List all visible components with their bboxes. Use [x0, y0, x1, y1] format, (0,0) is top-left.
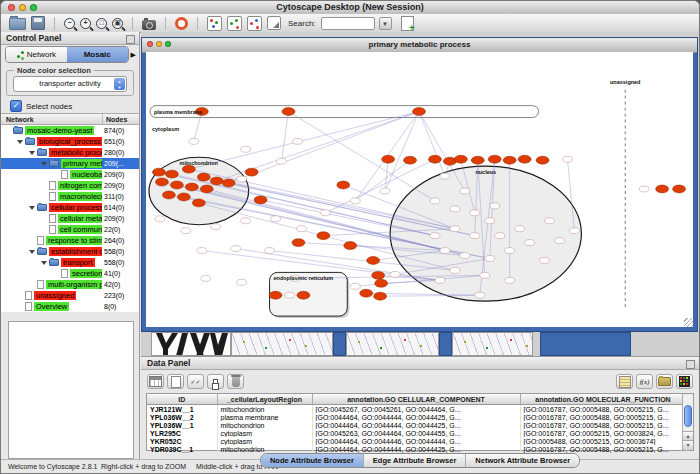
- network-node[interactable]: [200, 185, 213, 193]
- network-node[interactable]: [181, 228, 191, 234]
- background-window-frame[interactable]: [333, 332, 346, 356]
- tree-row[interactable]: establishment of lo558(0): [1, 246, 139, 257]
- network-node[interactable]: [475, 292, 485, 298]
- network-node[interactable]: [380, 188, 390, 194]
- table-cell[interactable]: [GO:0016787, GO:0005488, GO:0005215, G..…: [520, 413, 686, 421]
- table-cell[interactable]: [GO:0005488, GO:0005215, GO:0003674]: [520, 437, 686, 445]
- tree-row[interactable]: nucleobase-co209(0): [1, 169, 139, 180]
- table-cell[interactable]: [GO:0044464, GO:0044444, GO:0044425, G..…: [312, 413, 520, 421]
- network-node[interactable]: [372, 271, 385, 279]
- network-node[interactable]: [562, 156, 572, 162]
- network-node[interactable]: [471, 156, 484, 164]
- network-node[interactable]: [210, 177, 223, 185]
- table-cell[interactable]: cytoplasm: [217, 437, 312, 445]
- tab-edge-attribute-browser[interactable]: Edge Attribute Browser: [363, 454, 465, 467]
- network-node[interactable]: [231, 246, 241, 252]
- network-node[interactable]: [440, 173, 450, 179]
- tab-overflow-arrow[interactable]: ▶: [131, 51, 136, 59]
- attribute-table-icon[interactable]: [147, 374, 164, 389]
- tab-mosaic[interactable]: Mosaic: [67, 47, 128, 62]
- zoom-fit-icon[interactable]: ▣: [112, 18, 123, 29]
- network-node[interactable]: [344, 242, 357, 250]
- table-cell[interactable]: [GO:0044464, GO:0044444, GO:0044425, G..…: [312, 445, 520, 453]
- network-node[interactable]: [545, 218, 555, 224]
- table-cell[interactable]: [GO:0016787, GO:0005488, GO:0005215, G..…: [520, 405, 686, 414]
- disclosure-triangle-icon[interactable]: [29, 206, 35, 210]
- new-document-icon[interactable]: [401, 16, 414, 31]
- table-row[interactable]: YKR052Ccytoplasm[GO:0044464, GO:0044446,…: [147, 437, 686, 445]
- scroll-down-arrow[interactable]: ▼: [683, 440, 693, 450]
- network-node[interactable]: [337, 181, 350, 189]
- table-cell[interactable]: mitochondrion: [217, 405, 312, 414]
- tree-row[interactable]: mosaic-demo-yeast874(0): [1, 125, 139, 136]
- table-cell[interactable]: cytoplasm: [217, 429, 312, 437]
- disclosure-triangle-icon[interactable]: [29, 250, 35, 254]
- network-node[interactable]: [390, 271, 400, 277]
- network-node[interactable]: [241, 146, 251, 152]
- network-node[interactable]: [292, 239, 305, 247]
- network-node[interactable]: [269, 291, 282, 299]
- attribute-matrix-icon[interactable]: [676, 374, 693, 389]
- tree-row[interactable]: response to stimulu264(0): [1, 235, 139, 246]
- snapshot-icon[interactable]: [142, 20, 156, 30]
- network-node[interactable]: [241, 218, 251, 224]
- table-cell[interactable]: [GO:0016787, GO:0005488, GO:0005215, G..…: [520, 421, 686, 429]
- network-node[interactable]: [485, 256, 495, 262]
- network-node[interactable]: [413, 108, 426, 116]
- tree-row[interactable]: secretion41(0): [1, 268, 139, 279]
- network-node[interactable]: [297, 291, 310, 299]
- network-node[interactable]: [185, 183, 198, 191]
- disclosure-triangle-icon[interactable]: [17, 140, 23, 144]
- table-row[interactable]: YPL036W__1mitochondrion[GO:0044464, GO:0…: [147, 421, 686, 429]
- network-node[interactable]: [292, 138, 302, 144]
- network-node[interactable]: [673, 185, 686, 193]
- tree-row[interactable]: primary metaboli209(...: [1, 158, 139, 169]
- tab-network-attribute-browser[interactable]: Network Attribute Browser: [465, 454, 579, 467]
- network-node[interactable]: [165, 170, 178, 178]
- panel-float-icon[interactable]: [686, 360, 695, 369]
- network-node[interactable]: [488, 155, 501, 163]
- network-canvas[interactable]: plasma membranecytoplasmmitochondrionnuc…: [146, 52, 693, 327]
- network-node[interactable]: [170, 181, 183, 189]
- network-node[interactable]: [460, 188, 470, 194]
- delete-attribute-icon[interactable]: [227, 374, 244, 389]
- network-node[interactable]: [177, 193, 190, 201]
- network-node[interactable]: [569, 228, 579, 234]
- resize-grip[interactable]: [684, 318, 693, 327]
- disclosure-triangle-icon[interactable]: [29, 151, 35, 155]
- zoom-button[interactable]: [165, 41, 171, 47]
- zoom-button[interactable]: [30, 4, 37, 11]
- minimize-button[interactable]: [19, 4, 26, 11]
- network-node[interactable]: [254, 196, 267, 204]
- background-window-thumbnail[interactable]: [346, 332, 439, 356]
- network-node[interactable]: [284, 292, 294, 298]
- new-attribute-icon[interactable]: [167, 374, 184, 389]
- node-color-dropdown[interactable]: transporter activity ▲▼: [13, 76, 127, 92]
- table-row[interactable]: YLR295Ccytoplasm[GO:0045263, GO:0044464,…: [147, 429, 686, 437]
- unselect-attributes-icon[interactable]: [207, 374, 224, 389]
- network-node[interactable]: [495, 233, 505, 239]
- network-node[interactable]: [540, 258, 550, 264]
- background-window-frame[interactable]: [540, 332, 631, 356]
- disclosure-triangle-icon[interactable]: [41, 261, 47, 265]
- network-node[interactable]: [382, 155, 395, 163]
- network-node[interactable]: [197, 248, 207, 254]
- tab-node-attribute-browser[interactable]: Node Attribute Browser: [261, 454, 363, 467]
- network-node[interactable]: [450, 206, 460, 212]
- network-node[interactable]: [639, 186, 649, 192]
- table-cell[interactable]: YJR121W__1: [147, 405, 217, 414]
- network-node[interactable]: [536, 156, 549, 164]
- network-node[interactable]: [555, 238, 565, 244]
- network-node[interactable]: [454, 155, 467, 163]
- table-cell[interactable]: YLR295C: [147, 429, 217, 437]
- network-node[interactable]: [460, 253, 470, 259]
- network-node[interactable]: [505, 277, 515, 283]
- select-nodes-checkbox[interactable]: ✓: [10, 100, 22, 112]
- network-node[interactable]: [430, 233, 440, 239]
- table-cell[interactable]: [GO:0045267, GO:0045261, GO:0044464, G..…: [312, 405, 520, 414]
- table-cell[interactable]: [GO:0045263, GO:0044464, GO:0044455, G..…: [312, 429, 520, 437]
- table-cell[interactable]: YDR039C__1: [147, 445, 217, 453]
- annotation-icon[interactable]: [267, 16, 281, 30]
- scrollbar-thumb[interactable]: [684, 405, 692, 427]
- network-node[interactable]: [656, 185, 669, 193]
